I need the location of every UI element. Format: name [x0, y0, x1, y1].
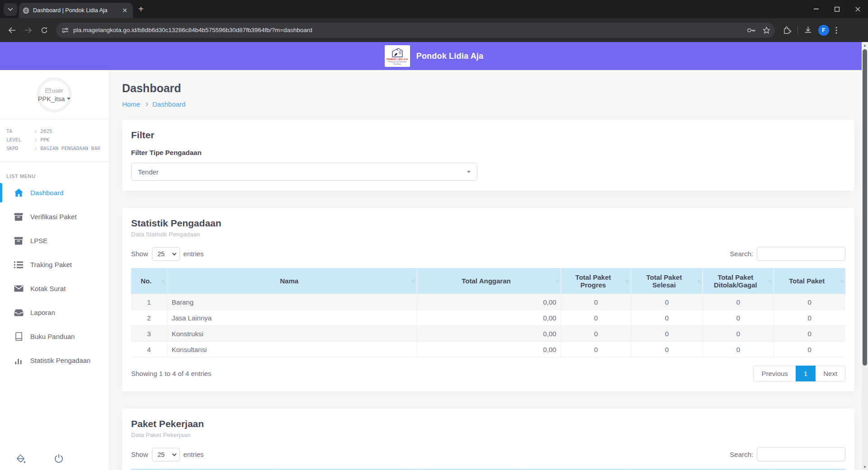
statistik-page-length-select[interactable]: 25: [152, 247, 180, 261]
filter-card: Filter Filter Tipe Pengadaan Tender: [122, 120, 854, 191]
list-icon: [14, 261, 24, 268]
download-icon[interactable]: [804, 26, 812, 34]
column-header-total-anggaran[interactable]: Total Anggaran: [417, 268, 561, 294]
page-scrollbar[interactable]: ▲ ▼: [862, 42, 868, 470]
column-header-nama[interactable]: Nama: [167, 268, 417, 294]
browser-profile-avatar[interactable]: F: [818, 25, 829, 36]
filter-selected-value: Tender: [138, 168, 159, 176]
statistik-table-controls: Show 25 entries Search:: [131, 247, 845, 261]
info-row-skpd: SKPD : BAGIAN PENGADAAN BAR: [6, 146, 102, 151]
column-header-total-paket[interactable]: Total Paket: [774, 268, 845, 294]
screen: Dashboard | Pondok Lidia Aja ✕ +: [0, 0, 868, 470]
tab-search-button[interactable]: [4, 3, 17, 16]
filter-card-title: Filter: [131, 130, 845, 141]
column-header-total-paket-progres[interactable]: Total Paket Progres: [561, 268, 630, 294]
chevron-down-icon: [467, 171, 471, 173]
statistik-length-control: Show 25 entries: [131, 247, 204, 261]
logo-text-line2: Pemantauan Dokumen Pemilihan: [386, 61, 409, 65]
browser-tabstrip: Dashboard | Pondok Lidia Aja ✕ +: [0, 0, 868, 18]
extensions-icon[interactable]: [783, 26, 791, 34]
table-row: 3 Konstruksi 0,00 0 0 0 0: [131, 326, 845, 342]
paket-page-length-select[interactable]: 25: [152, 448, 180, 461]
statistik-table-footer: Showing 1 to 4 of 4 entries Previous 1 N…: [131, 366, 845, 381]
paket-table-controls: Show 25 entries Search:: [131, 447, 845, 461]
bookmark-star-icon[interactable]: [763, 27, 770, 34]
paket-pekerjaan-card: Paket Pekerjaan Data Paket Pekerjaan Sho…: [122, 409, 854, 470]
sidebar-item-statistik-pengadaan[interactable]: Statistik Pengadaan: [0, 348, 108, 372]
archive-box-icon: [14, 237, 24, 245]
window-controls: [806, 0, 868, 18]
info-row-level: LEVEL : PPK: [6, 137, 102, 143]
paket-search-input[interactable]: [757, 447, 845, 461]
scrollbar-up-arrow[interactable]: ▲: [862, 42, 868, 48]
search-label: Search:: [730, 250, 753, 258]
home-icon: [14, 188, 24, 197]
avatar[interactable]: user PPK_itsa: [37, 77, 72, 113]
new-tab-button[interactable]: +: [133, 4, 149, 18]
search-label: Search:: [730, 451, 753, 458]
window-maximize-button[interactable]: [826, 0, 847, 18]
statistik-card-title: Statistik Pengadaan: [131, 218, 845, 229]
sidebar-item-verifikasi-paket[interactable]: Verifikasi Paket: [0, 205, 108, 229]
tab-title: Dashboard | Pondok Lidia Aja: [33, 7, 117, 14]
scrollbar-thumb[interactable]: [863, 49, 867, 366]
browser-tab[interactable]: Dashboard | Pondok Lidia Aja ✕: [19, 3, 133, 18]
forward-button[interactable]: [21, 23, 35, 38]
window-minimize-button[interactable]: [806, 0, 826, 18]
theme-paint-icon[interactable]: [15, 454, 26, 464]
sidebar-item-laporan[interactable]: Laporan: [0, 301, 108, 324]
user-dropdown[interactable]: PPK_itsa: [38, 95, 71, 103]
breadcrumb-current-link[interactable]: Dashboard: [152, 100, 185, 108]
broken-image-icon: [45, 88, 51, 93]
sidebar-item-lpse[interactable]: LPSE: [0, 229, 108, 253]
app-logo: PONDOK LIDIA AJA Pemantauan Dokumen Pemi…: [385, 45, 410, 67]
site-info-icon[interactable]: [61, 27, 69, 33]
paket-search-control: Search:: [730, 447, 845, 461]
sort-icon: [625, 277, 628, 283]
power-logout-icon[interactable]: [54, 454, 63, 464]
column-header-total-paket-selesai[interactable]: Total Paket Selesai: [631, 268, 703, 294]
minimize-icon: [814, 9, 819, 9]
url-text[interactable]: pla.magelangkota.go.id/b8db6d30c13286c84…: [73, 27, 742, 33]
sort-icon: [161, 277, 165, 283]
reload-button[interactable]: [37, 23, 52, 38]
pagination-next-button[interactable]: Next: [816, 366, 845, 381]
sidebar-item-buku-panduan[interactable]: Buku Panduan: [0, 324, 108, 348]
table-info: Showing 1 to 4 of 4 entries: [131, 370, 212, 377]
sidebar-item-traking-paket[interactable]: Traking Paket: [0, 253, 108, 277]
main-content: Dashboard Home Dashboard Filter Filter T…: [108, 70, 868, 470]
chevron-down-icon: [67, 98, 71, 100]
column-header-total-paket-ditolak[interactable]: Total Paket Ditolak/Gagal: [703, 268, 773, 294]
sort-icon: [840, 277, 843, 283]
back-arrow-icon: [8, 27, 16, 33]
user-info-block: TA : 2025 LEVEL : PPK SKPD : BAGIAN PENG…: [0, 119, 108, 161]
url-bar[interactable]: pla.magelangkota.go.id/b8db6d30c13286c84…: [56, 23, 775, 38]
user-block: user PPK_itsa: [0, 70, 108, 119]
sidebar-footer: [0, 454, 108, 464]
pagination-page-1-button[interactable]: 1: [796, 366, 816, 381]
sort-icon: [411, 277, 415, 283]
globe-icon: [23, 7, 29, 14]
maximize-icon: [835, 7, 840, 12]
omnibox-actions: [747, 27, 770, 34]
close-icon: [855, 7, 860, 12]
chevron-down-icon: [172, 251, 176, 255]
statistik-search-control: Search:: [730, 247, 845, 261]
pagination-previous-button[interactable]: Previous: [753, 366, 795, 381]
password-key-icon[interactable]: [747, 28, 756, 33]
app-header: PONDOK LIDIA AJA Pemantauan Dokumen Pemi…: [0, 42, 868, 70]
tab-close-icon[interactable]: ✕: [120, 6, 129, 14]
statistik-search-input[interactable]: [757, 247, 845, 261]
username: PPK_itsa: [38, 95, 65, 103]
window-close-button[interactable]: [847, 0, 868, 18]
sidebar-item-kotak-surat[interactable]: Kotak Surat: [0, 277, 108, 301]
filter-tipe-select[interactable]: Tender: [131, 163, 477, 181]
scrollbar-down-arrow[interactable]: ▼: [862, 464, 868, 470]
back-button[interactable]: [5, 23, 19, 38]
browser-menu-kebab-icon[interactable]: [835, 27, 837, 34]
sidebar-item-dashboard[interactable]: Dashboard: [0, 181, 108, 205]
breadcrumb-home-link[interactable]: Home: [122, 100, 140, 108]
column-header-no[interactable]: No.: [131, 268, 167, 294]
sort-icon: [768, 277, 771, 283]
toolbar-actions: F: [783, 25, 837, 36]
